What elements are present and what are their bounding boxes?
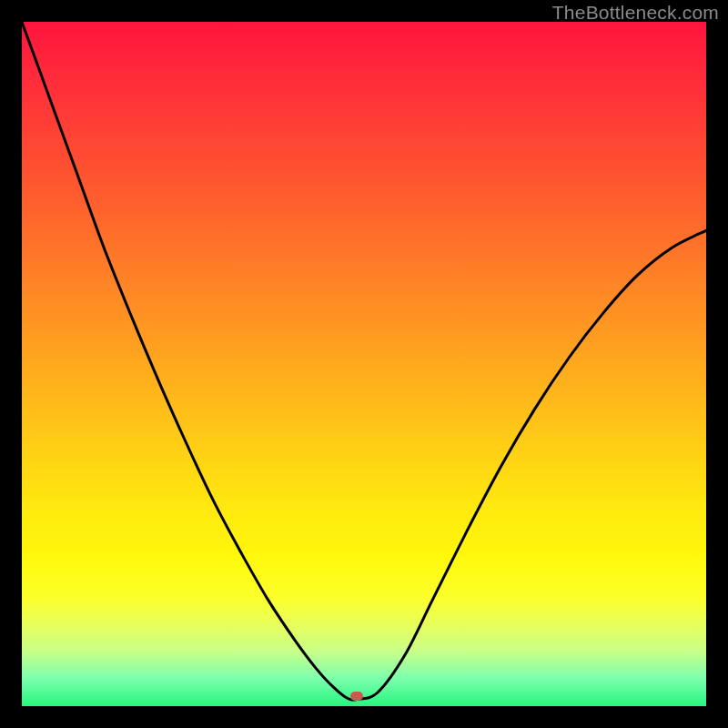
watermark-text: TheBottleneck.com bbox=[552, 2, 719, 24]
optimal-marker bbox=[350, 692, 363, 701]
chart-frame: TheBottleneck.com bbox=[0, 0, 728, 728]
bottleneck-curve bbox=[22, 22, 706, 706]
curve-path bbox=[22, 22, 706, 700]
plot-area bbox=[22, 22, 706, 706]
